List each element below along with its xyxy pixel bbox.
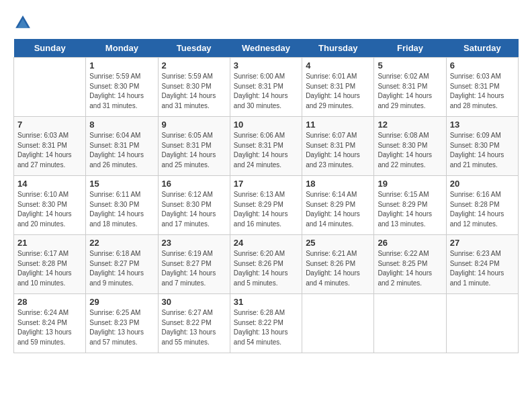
day-info: Sunrise: 6:23 AMSunset: 8:24 PMDaylight:… — [450, 249, 515, 288]
day-cell: 19Sunrise: 6:15 AMSunset: 8:29 PMDayligh… — [374, 176, 446, 235]
day-info: Sunrise: 5:59 AMSunset: 8:30 PMDaylight:… — [89, 72, 154, 111]
day-cell: 26Sunrise: 6:22 AMSunset: 8:25 PMDayligh… — [374, 235, 446, 294]
day-cell: 13Sunrise: 6:09 AMSunset: 8:30 PMDayligh… — [446, 117, 518, 176]
day-number: 6 — [450, 60, 515, 71]
week-row-3: 14Sunrise: 6:10 AMSunset: 8:30 PMDayligh… — [14, 176, 519, 235]
day-number: 25 — [306, 238, 370, 248]
day-number: 31 — [234, 297, 298, 307]
day-info: Sunrise: 6:13 AMSunset: 8:29 PMDaylight:… — [234, 190, 298, 229]
day-cell: 8Sunrise: 6:04 AMSunset: 8:31 PMDaylight… — [86, 117, 158, 176]
day-number: 15 — [89, 179, 154, 189]
week-row-4: 21Sunrise: 6:17 AMSunset: 8:28 PMDayligh… — [14, 235, 519, 294]
day-cell: 18Sunrise: 6:14 AMSunset: 8:29 PMDayligh… — [302, 176, 374, 235]
day-info: Sunrise: 6:12 AMSunset: 8:30 PMDaylight:… — [162, 190, 226, 229]
day-info: Sunrise: 6:05 AMSunset: 8:31 PMDaylight:… — [162, 131, 226, 170]
day-number: 1 — [89, 60, 154, 71]
day-info: Sunrise: 6:10 AMSunset: 8:30 PMDaylight:… — [17, 190, 82, 229]
day-cell: 20Sunrise: 6:16 AMSunset: 8:28 PMDayligh… — [446, 176, 518, 235]
day-number: 20 — [450, 179, 515, 189]
day-info: Sunrise: 6:27 AMSunset: 8:22 PMDaylight:… — [162, 308, 226, 347]
day-number: 16 — [162, 179, 226, 189]
day-info: Sunrise: 5:59 AMSunset: 8:30 PMDaylight:… — [162, 72, 226, 111]
day-header-row: SundayMondayTuesdayWednesdayThursdayFrid… — [14, 39, 519, 58]
day-number: 14 — [17, 179, 82, 189]
day-number: 23 — [162, 238, 226, 248]
page-header — [13, 13, 519, 32]
day-number: 7 — [17, 120, 82, 130]
day-cell: 21Sunrise: 6:17 AMSunset: 8:28 PMDayligh… — [14, 235, 86, 294]
day-number: 13 — [450, 120, 515, 130]
day-info: Sunrise: 6:19 AMSunset: 8:27 PMDaylight:… — [162, 249, 226, 288]
day-info: Sunrise: 6:06 AMSunset: 8:31 PMDaylight:… — [234, 131, 298, 170]
day-info: Sunrise: 6:18 AMSunset: 8:27 PMDaylight:… — [89, 249, 154, 288]
day-number: 22 — [89, 238, 154, 248]
day-info: Sunrise: 6:08 AMSunset: 8:30 PMDaylight:… — [378, 131, 442, 170]
day-number: 8 — [89, 120, 154, 130]
day-cell: 4Sunrise: 6:01 AMSunset: 8:31 PMDaylight… — [302, 58, 374, 117]
day-number: 18 — [306, 179, 370, 189]
day-info: Sunrise: 6:03 AMSunset: 8:31 PMDaylight:… — [450, 72, 515, 111]
day-cell: 12Sunrise: 6:08 AMSunset: 8:30 PMDayligh… — [374, 117, 446, 176]
day-info: Sunrise: 6:01 AMSunset: 8:31 PMDaylight:… — [306, 72, 370, 111]
day-number: 3 — [234, 60, 298, 71]
day-header-saturday: Saturday — [446, 39, 518, 58]
day-info: Sunrise: 6:02 AMSunset: 8:31 PMDaylight:… — [378, 72, 442, 111]
day-cell: 23Sunrise: 6:19 AMSunset: 8:27 PMDayligh… — [158, 235, 230, 294]
day-cell: 9Sunrise: 6:05 AMSunset: 8:31 PMDaylight… — [158, 117, 230, 176]
day-header-monday: Monday — [86, 39, 158, 58]
week-row-2: 7Sunrise: 6:03 AMSunset: 8:31 PMDaylight… — [14, 117, 519, 176]
day-number: 12 — [378, 120, 442, 130]
day-cell — [374, 294, 446, 353]
day-cell: 16Sunrise: 6:12 AMSunset: 8:30 PMDayligh… — [158, 176, 230, 235]
day-info: Sunrise: 6:28 AMSunset: 8:22 PMDaylight:… — [234, 308, 298, 347]
day-number: 28 — [17, 297, 82, 307]
day-header-tuesday: Tuesday — [158, 39, 230, 58]
day-cell: 7Sunrise: 6:03 AMSunset: 8:31 PMDaylight… — [14, 117, 86, 176]
day-number: 2 — [162, 60, 226, 71]
day-info: Sunrise: 6:16 AMSunset: 8:28 PMDaylight:… — [450, 190, 515, 229]
day-number: 29 — [89, 297, 154, 307]
day-cell: 15Sunrise: 6:11 AMSunset: 8:30 PMDayligh… — [86, 176, 158, 235]
day-cell: 30Sunrise: 6:27 AMSunset: 8:22 PMDayligh… — [158, 294, 230, 353]
day-info: Sunrise: 6:14 AMSunset: 8:29 PMDaylight:… — [306, 190, 370, 229]
day-number: 27 — [450, 238, 515, 248]
day-number: 10 — [234, 120, 298, 130]
day-cell: 14Sunrise: 6:10 AMSunset: 8:30 PMDayligh… — [14, 176, 86, 235]
day-cell: 17Sunrise: 6:13 AMSunset: 8:29 PMDayligh… — [230, 176, 302, 235]
day-cell: 5Sunrise: 6:02 AMSunset: 8:31 PMDaylight… — [374, 58, 446, 117]
day-cell: 31Sunrise: 6:28 AMSunset: 8:22 PMDayligh… — [230, 294, 302, 353]
day-number: 9 — [162, 120, 226, 130]
day-cell: 27Sunrise: 6:23 AMSunset: 8:24 PMDayligh… — [446, 235, 518, 294]
day-number: 21 — [17, 238, 82, 248]
day-info: Sunrise: 6:22 AMSunset: 8:25 PMDaylight:… — [378, 249, 442, 288]
day-cell: 29Sunrise: 6:25 AMSunset: 8:23 PMDayligh… — [86, 294, 158, 353]
day-cell: 2Sunrise: 5:59 AMSunset: 8:30 PMDaylight… — [158, 58, 230, 117]
day-cell: 10Sunrise: 6:06 AMSunset: 8:31 PMDayligh… — [230, 117, 302, 176]
week-row-1: 1Sunrise: 5:59 AMSunset: 8:30 PMDaylight… — [14, 58, 519, 117]
day-info: Sunrise: 6:03 AMSunset: 8:31 PMDaylight:… — [17, 131, 82, 170]
day-number: 24 — [234, 238, 298, 248]
day-info: Sunrise: 6:09 AMSunset: 8:30 PMDaylight:… — [450, 131, 515, 170]
day-header-wednesday: Wednesday — [230, 39, 302, 58]
day-cell: 28Sunrise: 6:24 AMSunset: 8:24 PMDayligh… — [14, 294, 86, 353]
day-info: Sunrise: 6:17 AMSunset: 8:28 PMDaylight:… — [17, 249, 82, 288]
day-number: 4 — [306, 60, 370, 71]
day-cell — [302, 294, 374, 353]
day-number: 5 — [378, 60, 442, 71]
day-cell — [446, 294, 518, 353]
calendar-table: SundayMondayTuesdayWednesdayThursdayFrid… — [13, 39, 519, 353]
day-info: Sunrise: 6:21 AMSunset: 8:26 PMDaylight:… — [306, 249, 370, 288]
day-info: Sunrise: 6:24 AMSunset: 8:24 PMDaylight:… — [17, 308, 82, 347]
day-cell: 1Sunrise: 5:59 AMSunset: 8:30 PMDaylight… — [86, 58, 158, 117]
day-cell: 22Sunrise: 6:18 AMSunset: 8:27 PMDayligh… — [86, 235, 158, 294]
day-number: 26 — [378, 238, 442, 248]
day-info: Sunrise: 6:25 AMSunset: 8:23 PMDaylight:… — [89, 308, 154, 347]
day-number: 30 — [162, 297, 226, 307]
day-info: Sunrise: 6:15 AMSunset: 8:29 PMDaylight:… — [378, 190, 442, 229]
week-row-5: 28Sunrise: 6:24 AMSunset: 8:24 PMDayligh… — [14, 294, 519, 353]
day-cell: 3Sunrise: 6:00 AMSunset: 8:31 PMDaylight… — [230, 58, 302, 117]
day-info: Sunrise: 6:07 AMSunset: 8:31 PMDaylight:… — [306, 131, 370, 170]
day-number: 19 — [378, 179, 442, 189]
day-info: Sunrise: 6:11 AMSunset: 8:30 PMDaylight:… — [89, 190, 154, 229]
day-info: Sunrise: 6:00 AMSunset: 8:31 PMDaylight:… — [234, 72, 298, 111]
